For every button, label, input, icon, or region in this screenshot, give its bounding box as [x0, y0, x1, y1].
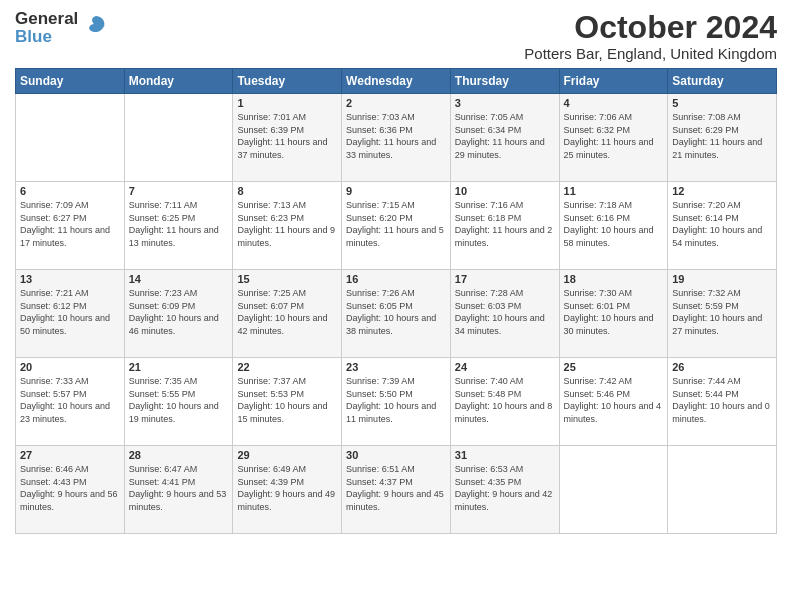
day-info: Sunrise: 7:03 AM Sunset: 6:36 PM Dayligh… [346, 111, 446, 161]
col-thursday: Thursday [450, 69, 559, 94]
day-info: Sunrise: 7:28 AM Sunset: 6:03 PM Dayligh… [455, 287, 555, 337]
col-wednesday: Wednesday [342, 69, 451, 94]
calendar-week-3: 13Sunrise: 7:21 AM Sunset: 6:12 PM Dayli… [16, 270, 777, 358]
table-row [559, 446, 668, 534]
table-row: 27Sunrise: 6:46 AM Sunset: 4:43 PM Dayli… [16, 446, 125, 534]
day-info: Sunrise: 7:20 AM Sunset: 6:14 PM Dayligh… [672, 199, 772, 249]
table-row: 9Sunrise: 7:15 AM Sunset: 6:20 PM Daylig… [342, 182, 451, 270]
day-number: 20 [20, 361, 120, 373]
logo-blue: Blue [15, 28, 78, 46]
day-info: Sunrise: 7:11 AM Sunset: 6:25 PM Dayligh… [129, 199, 229, 249]
day-info: Sunrise: 7:35 AM Sunset: 5:55 PM Dayligh… [129, 375, 229, 425]
logo-bird-icon [82, 12, 110, 44]
day-info: Sunrise: 6:49 AM Sunset: 4:39 PM Dayligh… [237, 463, 337, 513]
calendar-subtitle: Potters Bar, England, United Kingdom [524, 45, 777, 62]
table-row [668, 446, 777, 534]
col-saturday: Saturday [668, 69, 777, 94]
day-number: 16 [346, 273, 446, 285]
day-number: 1 [237, 97, 337, 109]
table-row: 3Sunrise: 7:05 AM Sunset: 6:34 PM Daylig… [450, 94, 559, 182]
day-info: Sunrise: 6:47 AM Sunset: 4:41 PM Dayligh… [129, 463, 229, 513]
day-info: Sunrise: 6:46 AM Sunset: 4:43 PM Dayligh… [20, 463, 120, 513]
page: General Blue October 2024 Potters Bar, E… [0, 0, 792, 612]
day-info: Sunrise: 7:26 AM Sunset: 6:05 PM Dayligh… [346, 287, 446, 337]
day-number: 30 [346, 449, 446, 461]
day-number: 25 [564, 361, 664, 373]
table-row: 12Sunrise: 7:20 AM Sunset: 6:14 PM Dayli… [668, 182, 777, 270]
day-number: 26 [672, 361, 772, 373]
calendar-week-1: 1Sunrise: 7:01 AM Sunset: 6:39 PM Daylig… [16, 94, 777, 182]
day-info: Sunrise: 7:06 AM Sunset: 6:32 PM Dayligh… [564, 111, 664, 161]
table-row: 4Sunrise: 7:06 AM Sunset: 6:32 PM Daylig… [559, 94, 668, 182]
table-row [16, 94, 125, 182]
table-row: 15Sunrise: 7:25 AM Sunset: 6:07 PM Dayli… [233, 270, 342, 358]
table-row: 19Sunrise: 7:32 AM Sunset: 5:59 PM Dayli… [668, 270, 777, 358]
day-info: Sunrise: 7:18 AM Sunset: 6:16 PM Dayligh… [564, 199, 664, 249]
table-row: 25Sunrise: 7:42 AM Sunset: 5:46 PM Dayli… [559, 358, 668, 446]
day-info: Sunrise: 7:13 AM Sunset: 6:23 PM Dayligh… [237, 199, 337, 249]
table-row: 26Sunrise: 7:44 AM Sunset: 5:44 PM Dayli… [668, 358, 777, 446]
day-number: 29 [237, 449, 337, 461]
day-number: 4 [564, 97, 664, 109]
day-number: 24 [455, 361, 555, 373]
calendar-table: Sunday Monday Tuesday Wednesday Thursday… [15, 68, 777, 534]
day-number: 3 [455, 97, 555, 109]
calendar-week-2: 6Sunrise: 7:09 AM Sunset: 6:27 PM Daylig… [16, 182, 777, 270]
day-info: Sunrise: 7:01 AM Sunset: 6:39 PM Dayligh… [237, 111, 337, 161]
day-number: 8 [237, 185, 337, 197]
day-info: Sunrise: 7:05 AM Sunset: 6:34 PM Dayligh… [455, 111, 555, 161]
logo: General Blue [15, 10, 110, 46]
calendar-header-row: Sunday Monday Tuesday Wednesday Thursday… [16, 69, 777, 94]
table-row: 11Sunrise: 7:18 AM Sunset: 6:16 PM Dayli… [559, 182, 668, 270]
day-number: 6 [20, 185, 120, 197]
table-row: 14Sunrise: 7:23 AM Sunset: 6:09 PM Dayli… [124, 270, 233, 358]
table-row: 7Sunrise: 7:11 AM Sunset: 6:25 PM Daylig… [124, 182, 233, 270]
title-block: October 2024 Potters Bar, England, Unite… [524, 10, 777, 62]
table-row: 5Sunrise: 7:08 AM Sunset: 6:29 PM Daylig… [668, 94, 777, 182]
day-number: 5 [672, 97, 772, 109]
calendar-week-4: 20Sunrise: 7:33 AM Sunset: 5:57 PM Dayli… [16, 358, 777, 446]
day-number: 21 [129, 361, 229, 373]
day-info: Sunrise: 7:16 AM Sunset: 6:18 PM Dayligh… [455, 199, 555, 249]
table-row: 28Sunrise: 6:47 AM Sunset: 4:41 PM Dayli… [124, 446, 233, 534]
day-number: 7 [129, 185, 229, 197]
day-info: Sunrise: 7:33 AM Sunset: 5:57 PM Dayligh… [20, 375, 120, 425]
day-info: Sunrise: 7:42 AM Sunset: 5:46 PM Dayligh… [564, 375, 664, 425]
table-row: 21Sunrise: 7:35 AM Sunset: 5:55 PM Dayli… [124, 358, 233, 446]
day-info: Sunrise: 7:30 AM Sunset: 6:01 PM Dayligh… [564, 287, 664, 337]
table-row: 16Sunrise: 7:26 AM Sunset: 6:05 PM Dayli… [342, 270, 451, 358]
col-sunday: Sunday [16, 69, 125, 94]
col-monday: Monday [124, 69, 233, 94]
day-number: 31 [455, 449, 555, 461]
day-number: 10 [455, 185, 555, 197]
day-number: 12 [672, 185, 772, 197]
day-number: 9 [346, 185, 446, 197]
table-row: 10Sunrise: 7:16 AM Sunset: 6:18 PM Dayli… [450, 182, 559, 270]
day-number: 22 [237, 361, 337, 373]
table-row: 13Sunrise: 7:21 AM Sunset: 6:12 PM Dayli… [16, 270, 125, 358]
day-info: Sunrise: 7:40 AM Sunset: 5:48 PM Dayligh… [455, 375, 555, 425]
table-row: 29Sunrise: 6:49 AM Sunset: 4:39 PM Dayli… [233, 446, 342, 534]
day-number: 2 [346, 97, 446, 109]
day-info: Sunrise: 7:32 AM Sunset: 5:59 PM Dayligh… [672, 287, 772, 337]
day-number: 14 [129, 273, 229, 285]
table-row: 8Sunrise: 7:13 AM Sunset: 6:23 PM Daylig… [233, 182, 342, 270]
day-info: Sunrise: 7:21 AM Sunset: 6:12 PM Dayligh… [20, 287, 120, 337]
day-info: Sunrise: 7:37 AM Sunset: 5:53 PM Dayligh… [237, 375, 337, 425]
table-row: 30Sunrise: 6:51 AM Sunset: 4:37 PM Dayli… [342, 446, 451, 534]
table-row [124, 94, 233, 182]
day-number: 18 [564, 273, 664, 285]
day-info: Sunrise: 7:23 AM Sunset: 6:09 PM Dayligh… [129, 287, 229, 337]
col-tuesday: Tuesday [233, 69, 342, 94]
table-row: 2Sunrise: 7:03 AM Sunset: 6:36 PM Daylig… [342, 94, 451, 182]
table-row: 18Sunrise: 7:30 AM Sunset: 6:01 PM Dayli… [559, 270, 668, 358]
calendar-week-5: 27Sunrise: 6:46 AM Sunset: 4:43 PM Dayli… [16, 446, 777, 534]
table-row: 22Sunrise: 7:37 AM Sunset: 5:53 PM Dayli… [233, 358, 342, 446]
table-row: 6Sunrise: 7:09 AM Sunset: 6:27 PM Daylig… [16, 182, 125, 270]
day-info: Sunrise: 7:08 AM Sunset: 6:29 PM Dayligh… [672, 111, 772, 161]
day-number: 19 [672, 273, 772, 285]
day-number: 23 [346, 361, 446, 373]
day-info: Sunrise: 6:53 AM Sunset: 4:35 PM Dayligh… [455, 463, 555, 513]
table-row: 23Sunrise: 7:39 AM Sunset: 5:50 PM Dayli… [342, 358, 451, 446]
table-row: 20Sunrise: 7:33 AM Sunset: 5:57 PM Dayli… [16, 358, 125, 446]
